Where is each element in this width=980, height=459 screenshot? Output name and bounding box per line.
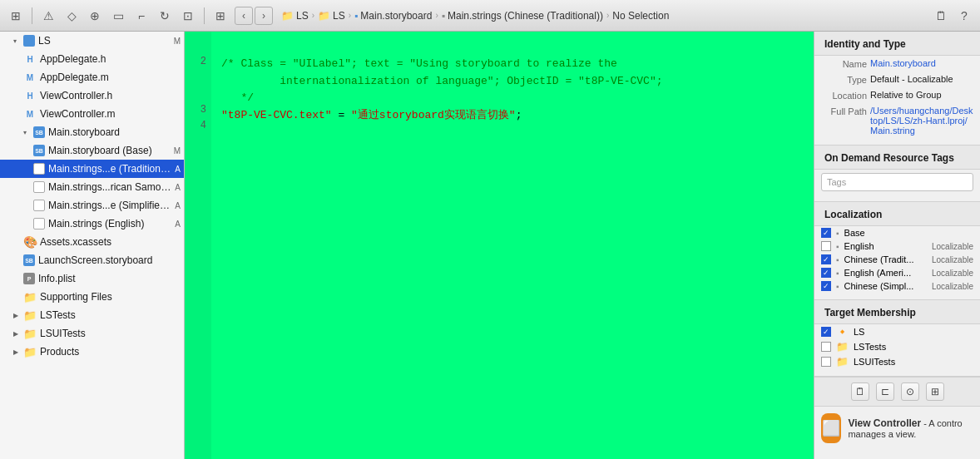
breadcrumb-item-mainstrings[interactable]: ▪ Main.strings (Chinese (Traditional)) [442, 10, 603, 22]
breadcrumb-item-noselection: No Selection [612, 10, 669, 22]
sidebar-item-strings-simplified[interactable]: Main.strings...e (Simplified)) A [0, 196, 184, 215]
loc-badge-chinese-simpl: Localizable [932, 282, 973, 291]
sidebar-item-viewcontroller-m[interactable]: M ViewController.m [0, 105, 184, 123]
panel-btn-circle[interactable]: ⊙ [901, 382, 919, 401]
m-icon-2: M [23, 107, 37, 121]
nav-icon-4[interactable]: ⊕ [86, 7, 104, 25]
sidebar-label-lstests: LSTests [40, 309, 181, 321]
target-checkbox-ls[interactable] [821, 327, 831, 337]
sidebar-item-supporting-files[interactable]: 📁 Supporting Files [0, 288, 184, 306]
identity-type-section: Identity and Type Name Main.storyboard T… [814, 32, 980, 146]
target-item-ls: 🔸 LS [814, 324, 980, 339]
grid-icon[interactable]: ⊞ [211, 7, 230, 25]
nav-icon-5[interactable]: ▭ [109, 7, 127, 25]
sidebar-item-launchscreen[interactable]: SB LaunchScreen.storyboard [0, 251, 184, 269]
target-name-lstests: LSTests [854, 342, 886, 352]
breadcrumb-item-mainstoryboard[interactable]: ▪ Main.storyboard [354, 10, 432, 22]
sidebar-label-infoplist: Info.plist [38, 273, 181, 284]
sidebar-item-lstests[interactable]: ▶ 📁 LSTests [0, 306, 184, 324]
name-label: Name [821, 58, 867, 69]
panel-btn-adjust[interactable]: ⊏ [876, 382, 894, 401]
code-content: /* Class = "UILabel"; text = "Using stor… [211, 32, 814, 459]
sidebar-item-strings-english[interactable]: Main.strings (English) A [0, 215, 184, 233]
checkbox-chinese-simpl[interactable] [821, 281, 831, 291]
tags-input[interactable]: Tags [821, 173, 973, 191]
nav-icon-1[interactable]: ⊞ [7, 7, 25, 25]
loc-file-icon-chsimpl: ▪ [836, 282, 839, 291]
code-line-blank [221, 38, 804, 56]
code-line-empty [221, 125, 804, 142]
location-row: Location Relative to Group [814, 87, 980, 103]
lstests-folder-icon: 📁 [23, 308, 37, 322]
sidebar-label-viewcontroller-m: ViewController.m [40, 108, 181, 120]
checkbox-english-ameri[interactable] [821, 268, 831, 278]
sidebar-label-strings-american: Main.strings...rican Samoa)) [48, 181, 171, 193]
loc-name-english-ameri: English (Ameri... [844, 268, 927, 278]
breadcrumb-noselection-label: No Selection [612, 10, 669, 22]
folder-icon: 📁 [281, 10, 294, 22]
panel-btn-grid[interactable]: ⊞ [926, 382, 944, 401]
nav-icon-6[interactable]: ⌐ [132, 7, 151, 25]
sidebar-item-main-storyboard[interactable]: ▾ SB Main.storyboard [0, 123, 184, 141]
loc-name-chinese-simpl: Chinese (Simpl... [844, 281, 927, 291]
sidebar-label-strings-traditional: Main.strings...e (Traditional)) [48, 163, 171, 175]
line-numbers: 2 3 4 [185, 32, 211, 459]
vc-section: ⬜ View Controller - A contro manages a v… [814, 406, 980, 450]
sidebar-label-launchscreen: LaunchScreen.storyboard [38, 254, 181, 266]
main-toolbar: ⊞ ⚠ ◇ ⊕ ▭ ⌐ ↻ ⊡ ⊞ ‹ › 📁 LS › 📁 LS › ▪ Ma… [0, 0, 980, 32]
nav-icon-2[interactable]: ⚠ [39, 7, 57, 25]
target-checkbox-lstests[interactable] [821, 342, 831, 352]
sidebar-item-viewcontroller-h[interactable]: H ViewController.h [0, 86, 184, 105]
checkbox-base[interactable] [821, 228, 831, 238]
sidebar-item-strings-american[interactable]: Main.strings...rican Samoa)) A [0, 178, 184, 196]
supporting-folder-icon: 📁 [23, 290, 37, 304]
nav-icon-8[interactable]: ⊡ [179, 7, 197, 25]
sidebar-label-viewcontroller-h: ViewController.h [40, 90, 181, 101]
location-value: Relative to Group [870, 90, 973, 100]
line-num-blank2 [190, 86, 206, 102]
checkbox-chinese-trad[interactable] [821, 254, 831, 264]
sidebar: ▾ LS M H AppDelegate.h M AppDelegate.m H… [0, 32, 185, 459]
line-num-3: 3 [190, 102, 206, 118]
vc-title: View Controller [848, 417, 921, 429]
sidebar-item-storyboard-base[interactable]: SB Main.storyboard (Base) M [0, 141, 184, 160]
sidebar-item-appdelegate-h[interactable]: H AppDelegate.h [0, 50, 184, 68]
sidebar-label-lsuitests: LSUITests [40, 328, 181, 339]
panel-btn-doc[interactable]: 🗒 [851, 382, 869, 401]
sep-1: › [312, 11, 314, 20]
disclosure-lstests: ▶ [13, 312, 22, 319]
checkbox-english[interactable] [821, 241, 831, 251]
editor-content: 2 3 4 /* Class = "UILabel"; text = "Usin… [185, 32, 814, 459]
sidebar-item-products[interactable]: ▶ 📁 Products [0, 343, 184, 361]
sidebar-item-infoplist[interactable]: P Info.plist [0, 269, 184, 288]
sidebar-item-ls-root[interactable]: ▾ LS M [0, 32, 184, 50]
loc-badge-english: Localizable [932, 242, 973, 251]
sidebar-item-strings-traditional[interactable]: Main.strings...e (Traditional)) A [0, 160, 184, 178]
type-label: Type [821, 74, 867, 85]
nav-icon-7[interactable]: ↻ [156, 7, 174, 25]
sidebar-item-lsuitests[interactable]: ▶ 📁 LSUITests [0, 324, 184, 343]
code-editor[interactable]: 2 3 4 /* Class = "UILabel"; text = "Usin… [185, 32, 814, 459]
on-demand-section: On Demand Resource Tags Tags [814, 146, 980, 202]
forward-button[interactable]: › [255, 7, 273, 25]
sidebar-item-appdelegate-m[interactable]: M AppDelegate.m [0, 68, 184, 86]
help-icon[interactable]: ? [955, 7, 973, 25]
breadcrumb-item-ls-folder[interactable]: 📁 LS [281, 10, 309, 22]
target-item-lstests: 📁 LSTests [814, 339, 980, 354]
loc-item-chinese-simpl: ▪ Chinese (Simpl... Localizable [814, 279, 980, 293]
nav-icon-3[interactable]: ◇ [62, 7, 81, 25]
sidebar-item-assets[interactable]: 🎨 Assets.xcassets [0, 233, 184, 251]
fullpath-row: Full Path /Users/huangchang/Desktop/LS/L… [814, 103, 980, 138]
back-button[interactable]: ‹ [235, 7, 253, 25]
storyboard-icon-sb: SB [33, 126, 45, 138]
right-panel: Identity and Type Name Main.storyboard T… [814, 32, 980, 459]
h-icon-2: H [23, 89, 37, 102]
file-icon-right[interactable]: 🗒 [932, 7, 950, 25]
h-icon: H [23, 52, 37, 66]
sidebar-label-strings-simplified: Main.strings...e (Simplified)) [48, 200, 171, 211]
breadcrumb-item-ls-group[interactable]: 📁 LS [318, 10, 345, 22]
sep-2: › [349, 11, 351, 20]
disclosure-lsuitests: ▶ [13, 330, 22, 338]
target-membership-title: Target Membership [814, 300, 980, 324]
target-checkbox-lsuitests[interactable] [821, 357, 831, 367]
